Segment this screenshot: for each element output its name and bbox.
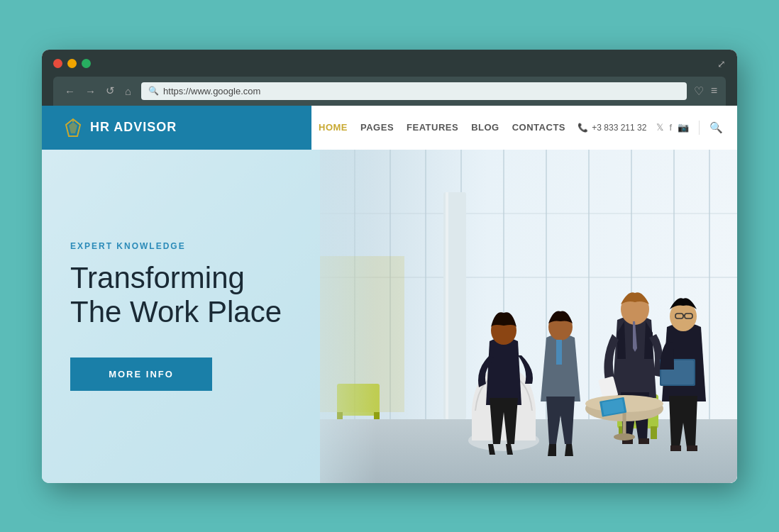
window-controls [53, 59, 91, 68]
hero-left-panel: EXPERT KNOWLEDGE Transforming The Work P… [42, 150, 320, 483]
refresh-button[interactable]: ↺ [103, 83, 118, 99]
hero-scene-svg [320, 150, 737, 483]
site-header: HR ADVISOR HOME PAGES FEATURES BLOG CONT… [42, 106, 737, 150]
site-nav: HOME PAGES FEATURES BLOG CONTACTS [319, 122, 565, 133]
hero-section: EXPERT KNOWLEDGE Transforming The Work P… [42, 150, 737, 483]
nav-blog[interactable]: BLOG [471, 122, 499, 133]
nav-buttons: ← → ↺ ⌂ [62, 83, 134, 99]
svg-rect-49 [320, 150, 376, 483]
instagram-icon[interactable]: 📷 [678, 122, 689, 133]
hero-right-panel [320, 150, 737, 483]
logo-icon [63, 118, 83, 138]
svg-rect-30 [651, 426, 657, 439]
svg-rect-27 [556, 340, 562, 365]
close-button[interactable] [53, 59, 62, 68]
divider [699, 121, 700, 135]
nav-features[interactable]: FEATURES [407, 122, 458, 133]
browser-chrome: ⤢ ← → ↺ ⌂ 🔍 https://www.google.com ♡ ≡ [42, 50, 737, 106]
hero-title: Transforming The Work Place [70, 261, 292, 330]
menu-icon[interactable]: ≡ [711, 84, 717, 97]
svg-rect-34 [639, 438, 649, 444]
site-header-right: HOME PAGES FEATURES BLOG CONTACTS 📞 +3 8… [311, 106, 737, 150]
hero-subtitle: EXPERT KNOWLEDGE [70, 241, 292, 251]
website-content: HR ADVISOR HOME PAGES FEATURES BLOG CONT… [42, 106, 737, 483]
svg-rect-19 [446, 192, 448, 419]
facebook-icon[interactable]: f [669, 122, 672, 133]
more-info-button[interactable]: MORE INFO [70, 358, 212, 391]
search-icon-header[interactable]: 🔍 [709, 121, 723, 134]
search-icon: 🔍 [148, 86, 159, 96]
browser-titlebar: ⤢ [53, 58, 726, 77]
browser-window: ⤢ ← → ↺ ⌂ 🔍 https://www.google.com ♡ ≡ [42, 50, 737, 483]
address-bar[interactable]: 🔍 https://www.google.com [141, 82, 687, 100]
browser-toolbar: ← → ↺ ⌂ 🔍 https://www.google.com ♡ ≡ [53, 77, 726, 106]
forward-button[interactable]: → [82, 84, 99, 99]
phone-icon: 📞 [578, 123, 588, 133]
svg-marker-1 [69, 122, 77, 133]
site-header-left: HR ADVISOR [42, 106, 311, 150]
social-icons: 𝕏 f 📷 [656, 122, 689, 133]
phone-number: 📞 +3 833 211 32 [578, 123, 646, 133]
nav-home[interactable]: HOME [319, 122, 348, 133]
expand-icon[interactable]: ⤢ [717, 58, 726, 70]
maximize-button[interactable] [82, 59, 91, 68]
header-contact: 📞 +3 833 211 32 𝕏 f 📷 🔍 [578, 121, 723, 135]
twitter-icon[interactable]: 𝕏 [656, 122, 663, 133]
toolbar-right: ♡ ≡ [694, 84, 717, 98]
site-logo: HR ADVISOR [63, 118, 177, 138]
hero-background [320, 150, 737, 483]
svg-rect-41 [670, 445, 681, 451]
url-display: https://www.google.com [163, 86, 260, 96]
svg-rect-42 [687, 445, 697, 451]
hero-title-line2: The Work Place [70, 295, 282, 328]
nav-pages[interactable]: PAGES [360, 122, 394, 133]
bookmark-icon[interactable]: ♡ [694, 84, 704, 98]
nav-contacts[interactable]: CONTACTS [512, 122, 565, 133]
minimize-button[interactable] [67, 59, 77, 68]
logo-text: HR ADVISOR [90, 120, 177, 135]
back-button[interactable]: ← [62, 84, 78, 99]
home-button[interactable]: ⌂ [122, 84, 134, 99]
hero-title-line1: Transforming [70, 261, 245, 294]
svg-point-46 [614, 433, 635, 440]
